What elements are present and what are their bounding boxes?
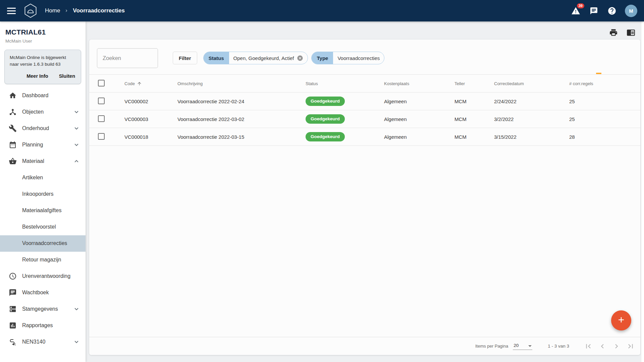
- sidebar-item-objecten[interactable]: Objecten: [0, 104, 86, 120]
- avatar[interactable]: M: [625, 5, 637, 17]
- sidebar-item-label: Dashboard: [22, 93, 48, 99]
- help-button[interactable]: [607, 6, 617, 16]
- account-block: MCTRIAL61 McMain User: [0, 21, 86, 46]
- chip-value: Voorraadcorrecties: [337, 55, 380, 61]
- type-filter-chip[interactable]: Type Voorraadcorrecties: [311, 52, 384, 64]
- alerts-count-badge: 39: [577, 3, 584, 8]
- sidebar-item-label: Voorraadcorrecties: [22, 240, 67, 246]
- pagination-bar: Items per Pagina 20 1 - 3 van 3: [89, 337, 640, 355]
- cell-omschrijving: Voorraadcorrectie 2022-03-02: [168, 116, 297, 122]
- more-info-button[interactable]: Meer Info: [26, 71, 49, 81]
- pagination-range: 1 - 3 van 3: [548, 344, 569, 349]
- table-header-row: Code Omschrijving Status Kostenplaats Te…: [89, 75, 640, 93]
- reader-mode-button[interactable]: [627, 28, 635, 37]
- chevron-down-icon: [73, 108, 80, 116]
- remove-filter-icon[interactable]: [297, 55, 303, 61]
- cell-correctiedatum: 3/2/2022: [485, 116, 560, 122]
- content-card: Filter Status Open, Goedgekeurd, Actief …: [89, 40, 640, 355]
- table-row[interactable]: VC000003 Voorraadcorrectie 2022-03-02 Go…: [89, 110, 640, 128]
- sidebar-item-artikelen[interactable]: Artikelen: [0, 170, 86, 186]
- column-header-kostenplaats[interactable]: Kostenplaats: [375, 81, 445, 86]
- items-per-page-value: 20: [514, 343, 519, 348]
- column-header-omschrijving[interactable]: Omschrijving: [168, 81, 297, 86]
- sidebar-item-dashboard[interactable]: Dashboard: [0, 87, 86, 104]
- sidebar-item-bestelvoorstel[interactable]: Bestelvoorstel: [0, 219, 86, 235]
- column-header-code[interactable]: Code: [115, 81, 168, 86]
- topbar-actions: 39 M: [571, 5, 637, 17]
- filter-button[interactable]: Filter: [173, 52, 197, 64]
- sidebar-item-onderhoud[interactable]: Onderhoud: [0, 120, 86, 137]
- add-button[interactable]: +: [611, 310, 631, 330]
- search-input[interactable]: [97, 48, 158, 68]
- select-all-checkbox[interactable]: [98, 80, 105, 86]
- items-per-page-label: Items per Pagina: [475, 344, 508, 349]
- electrical-plug-icon: [9, 338, 17, 346]
- first-page-button[interactable]: [584, 342, 593, 351]
- cell-code: VC000002: [115, 99, 168, 104]
- cell-kostenplaats: Algemeen: [375, 134, 445, 140]
- sidebar-item-label: Artikelen: [22, 175, 43, 181]
- account-user: McMain User: [5, 39, 80, 44]
- chat-button[interactable]: [589, 6, 599, 16]
- status-badge: Goedgekeurd: [306, 97, 345, 106]
- database-icon: [9, 305, 17, 313]
- next-page-button[interactable]: [612, 342, 621, 351]
- printer-icon: [609, 28, 618, 37]
- chevron-down-icon: [73, 125, 80, 132]
- column-header-teller[interactable]: Teller: [445, 81, 485, 86]
- app-root: Home Voorraadcorrecties 39 M MCTRIAL61 M…: [0, 0, 644, 362]
- row-checkbox[interactable]: [98, 115, 105, 122]
- update-notice-message: McMain Online is bijgewerkt naar versie …: [10, 54, 76, 68]
- previous-page-button[interactable]: [598, 342, 607, 351]
- update-notice-actions: Meer Info Sluiten: [10, 71, 76, 81]
- print-button[interactable]: [609, 28, 618, 37]
- sidebar-item-voorraadcorrecties[interactable]: Voorraadcorrecties: [0, 235, 86, 252]
- cell-kostenplaats: Algemeen: [375, 116, 445, 122]
- help-icon: [607, 6, 616, 15]
- last-page-button[interactable]: [626, 342, 635, 351]
- sidebar-item-urenverantwoording[interactable]: Urenverantwoording: [0, 268, 86, 285]
- menu-icon[interactable]: [4, 3, 19, 18]
- chevron-right-icon: [64, 8, 69, 13]
- dropdown-caret-icon: [528, 345, 532, 347]
- sidebar-item-materiaalafgiftes[interactable]: Materiaalafgiftes: [0, 202, 86, 219]
- sidebar-item-wachtboek[interactable]: Wachtboek: [0, 285, 86, 301]
- first-page-icon: [584, 342, 593, 351]
- sidebar-item-rapportages[interactable]: Rapportages: [0, 317, 86, 334]
- update-notice: McMain Online is bijgewerkt naar versie …: [4, 50, 81, 84]
- column-header-correctiedatum[interactable]: Correctiedatum: [485, 81, 560, 86]
- sidebar-item-label: Urenverantwoording: [22, 273, 70, 279]
- close-notice-button[interactable]: Sluiten: [58, 71, 76, 81]
- sidebar-item-label: NEN3140: [22, 339, 45, 345]
- breadcrumb-home[interactable]: Home: [45, 7, 60, 14]
- row-checkbox[interactable]: [98, 98, 105, 104]
- breadcrumb-current: Voorraadcorrecties: [73, 7, 125, 14]
- chip-value: Open, Goedgekeurd, Actief: [233, 55, 294, 61]
- cell-omschrijving: Voorraadcorrectie 2022-03-15: [168, 134, 297, 140]
- topbar: Home Voorraadcorrecties 39 M: [0, 0, 644, 21]
- cell-corr-regels: 28: [560, 134, 640, 140]
- alerts-button[interactable]: 39: [571, 6, 581, 16]
- table-row[interactable]: VC000002 Voorraadcorrectie 2022-02-24 Go…: [89, 93, 640, 110]
- column-header-corr-regels[interactable]: # corr.regels: [560, 81, 640, 86]
- sidebar-item-label: Stamgegevens: [22, 306, 58, 312]
- sidebar-item-label: Onderhoud: [22, 125, 49, 131]
- chip-key: Status: [204, 52, 229, 64]
- column-header-status[interactable]: Status: [297, 81, 375, 86]
- sidebar-item-materiaal[interactable]: Materiaal: [0, 153, 86, 170]
- vertical-scrollbar[interactable]: [641, 21, 644, 362]
- cell-kostenplaats: Algemeen: [375, 99, 445, 104]
- sidebar-item-stamgegevens[interactable]: Stamgegevens: [0, 301, 86, 317]
- row-checkbox[interactable]: [98, 133, 105, 140]
- sidebar-item-retour-magazijn[interactable]: Retour magazijn: [0, 252, 86, 268]
- sidebar-item-nen3140[interactable]: NEN3140: [0, 334, 86, 350]
- cell-corr-regels: 25: [560, 99, 640, 104]
- table-row[interactable]: VC000018 Voorraadcorrectie 2022-03-15 Go…: [89, 128, 640, 146]
- sidebar-item-inkooporders[interactable]: Inkooporders: [0, 186, 86, 202]
- status-filter-chip[interactable]: Status Open, Goedgekeurd, Actief: [203, 52, 308, 64]
- chevron-right-icon: [612, 342, 621, 351]
- items-per-page-select[interactable]: 20: [513, 342, 532, 350]
- sidebar-item-label: Objecten: [22, 109, 44, 115]
- sidebar-item-planning[interactable]: Planning: [0, 137, 86, 153]
- sidebar-item-label: Rapportages: [22, 322, 53, 328]
